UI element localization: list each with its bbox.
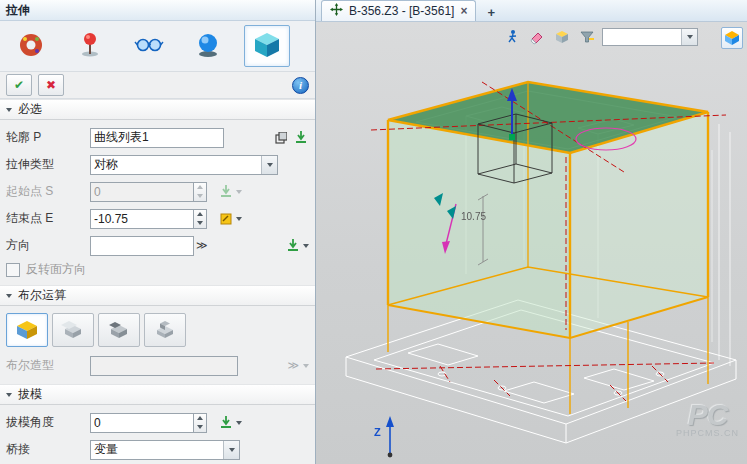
- draft-angle-label: 拔模角度: [6, 414, 90, 431]
- dimension-value[interactable]: 10.75: [461, 211, 486, 222]
- collapse-icon: [6, 393, 12, 397]
- bool-base-icon: [13, 319, 41, 341]
- bool-intersect-button[interactable]: [144, 313, 186, 347]
- section-body-boolean: 布尔造型 ≫: [0, 306, 315, 384]
- sphere-icon: [193, 30, 223, 63]
- draft-options-dropdown[interactable]: [236, 421, 242, 425]
- boolean-expand-button[interactable]: ≫: [285, 359, 301, 372]
- extrude-type-label: 拉伸类型: [6, 156, 90, 173]
- bool-intersect-icon: [151, 319, 179, 341]
- walk-through-button[interactable]: [502, 27, 522, 47]
- extrude-solid[interactable]: [388, 82, 708, 338]
- direction-input[interactable]: [90, 236, 194, 256]
- filter-select[interactable]: [602, 28, 698, 46]
- preview-glasses-button[interactable]: [126, 25, 172, 67]
- view-orientation-button[interactable]: [721, 27, 743, 49]
- collapse-icon: [6, 294, 12, 298]
- flip-face-row: 反转面方向: [6, 259, 309, 280]
- direction-row: 方向 ≫: [6, 232, 309, 259]
- section-title: 拔模: [18, 386, 42, 403]
- ok-button[interactable]: ✔: [6, 74, 32, 96]
- tab-move-icon: [330, 3, 343, 19]
- bool-add-button[interactable]: [52, 313, 94, 347]
- command-toolbar: [0, 21, 315, 72]
- section-header-required[interactable]: 必选: [0, 99, 315, 120]
- viewport-toolbar: [502, 27, 698, 47]
- start-point-spinner[interactable]: [194, 182, 207, 202]
- extrude-type-value: 对称: [91, 156, 261, 173]
- pin-button[interactable]: [67, 25, 113, 67]
- solid-display-button[interactable]: [244, 25, 290, 67]
- start-point-row: 起始点 S: [6, 178, 309, 205]
- bool-base-button[interactable]: [6, 313, 48, 347]
- start-point-input[interactable]: [90, 182, 194, 202]
- draft-angle-spinner[interactable]: [194, 413, 207, 433]
- profile-input[interactable]: [90, 128, 224, 148]
- boolean-operations: [6, 310, 309, 352]
- walk-icon: [504, 29, 520, 45]
- confirm-row: ✔ ✖ i: [0, 72, 315, 99]
- bool-subtract-button[interactable]: [98, 313, 140, 347]
- boolean-shape-label: 布尔造型: [6, 357, 90, 374]
- close-icon: ✖: [46, 78, 56, 92]
- 3d-scene[interactable]: 10.75 Z: [316, 22, 747, 464]
- boolean-shape-row: 布尔造型 ≫: [6, 352, 309, 379]
- chevron-down-icon: [681, 29, 697, 45]
- end-point-label: 结束点 E: [6, 210, 90, 227]
- info-button[interactable]: i: [292, 77, 309, 94]
- tab-close-button[interactable]: ×: [460, 5, 467, 17]
- section-title: 布尔运算: [18, 287, 66, 304]
- start-options-dropdown[interactable]: [236, 190, 242, 194]
- z-axis-label: Z: [374, 426, 381, 438]
- document-tab[interactable]: B-356.Z3 - [B-3561] ×: [321, 0, 476, 21]
- cancel-button[interactable]: ✖: [38, 74, 64, 96]
- tab-title: B-356.Z3 - [B-3561]: [349, 4, 454, 18]
- viewport-area: B-356.Z3 - [B-3561] × +: [316, 0, 747, 464]
- palette-icon: [16, 30, 46, 63]
- draft-angle-row: 拔模角度: [6, 409, 309, 436]
- axis-triad: Z: [374, 416, 394, 457]
- direction-expand-button[interactable]: ≫: [194, 239, 210, 252]
- end-point-input[interactable]: [90, 209, 194, 229]
- direction-pick-icon[interactable]: [284, 237, 301, 254]
- palette-button[interactable]: [8, 25, 54, 67]
- end-expression-icon[interactable]: [217, 210, 234, 227]
- draft-pick-icon[interactable]: [217, 414, 234, 431]
- section-title: 必选: [18, 101, 42, 118]
- end-options-dropdown[interactable]: [236, 217, 242, 221]
- filter-button[interactable]: [577, 27, 597, 47]
- curve-list-icon[interactable]: [272, 129, 289, 146]
- chevron-down-icon: [223, 441, 239, 459]
- erase-button[interactable]: [527, 27, 547, 47]
- bool-subtract-icon: [105, 319, 133, 341]
- draft-angle-input[interactable]: [90, 413, 194, 433]
- bridge-row: 桥接 变量: [6, 436, 309, 463]
- new-tab-button[interactable]: +: [481, 3, 501, 21]
- profile-label: 轮廓 P: [6, 129, 90, 146]
- sphere-display-button[interactable]: [185, 25, 231, 67]
- direction-options-dropdown[interactable]: [303, 244, 309, 248]
- direction-label: 方向: [6, 237, 90, 254]
- extrude-type-row: 拉伸类型 对称: [6, 151, 309, 178]
- pick-from-list-icon[interactable]: [292, 129, 309, 146]
- panel-title: 拉伸: [0, 0, 315, 21]
- end-point-spinner[interactable]: [194, 209, 207, 229]
- show-target-button[interactable]: [552, 27, 572, 47]
- pin-icon: [75, 30, 105, 63]
- watermark-logo: PC: [676, 402, 739, 428]
- flip-face-checkbox[interactable]: [6, 263, 20, 277]
- application-window: 拉伸: [0, 0, 747, 464]
- section-header-draft[interactable]: 拔模: [0, 384, 315, 405]
- watermark: PC PHPCMS.CN: [676, 402, 739, 438]
- iso-view-icon: [724, 30, 740, 46]
- collapse-icon: [6, 108, 12, 112]
- start-pick-icon[interactable]: [217, 183, 234, 200]
- boolean-shape-input[interactable]: [90, 356, 238, 376]
- bridge-select[interactable]: 变量: [90, 440, 240, 460]
- bridge-label: 桥接: [6, 441, 90, 458]
- check-icon: ✔: [14, 78, 24, 92]
- boolean-options-dropdown[interactable]: [303, 364, 309, 368]
- target-cube-icon: [554, 29, 570, 45]
- extrude-type-select[interactable]: 对称: [90, 155, 278, 175]
- section-header-boolean[interactable]: 布尔运算: [0, 285, 315, 306]
